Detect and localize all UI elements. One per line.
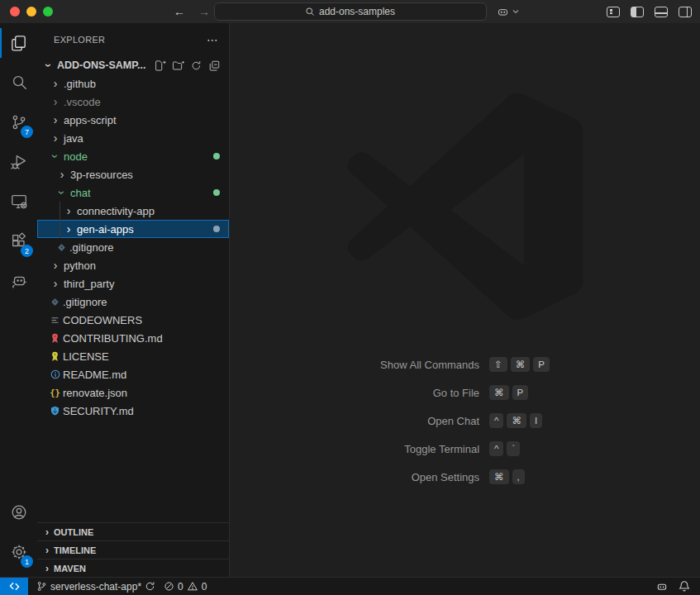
tree-item-third-party[interactable]: ›third_party [37, 274, 229, 293]
key: P [512, 385, 529, 400]
tree-item-java[interactable]: ›java [37, 129, 229, 147]
chevron-down-icon: › [55, 186, 69, 199]
shortcut-label: Show All Commands [380, 359, 479, 371]
activity-bar: 7 2 1 [0, 23, 37, 577]
branch-name: serverless-chat-app* [50, 581, 141, 593]
git-modified-dot [213, 189, 220, 196]
explorer-title: EXPLORER [54, 35, 105, 45]
go-back-button[interactable]: ← [174, 5, 185, 18]
panel-maven[interactable]: ›MAVEN [37, 559, 229, 577]
tree-item-renovate-json[interactable]: {}renovate.json [37, 383, 229, 402]
shortcut-label: Toggle Terminal [380, 443, 479, 455]
chevron-right-icon: › [49, 131, 62, 145]
tree-item-security-md[interactable]: SECURITY.md [37, 402, 229, 420]
root-folder-label: ADD-ONS-SAMP... [57, 60, 145, 71]
activity-extensions[interactable]: 2 [0, 221, 37, 261]
new-file-icon[interactable] [154, 60, 166, 72]
activity-chat-assistant[interactable] [0, 261, 37, 301]
key: ^ [489, 441, 503, 456]
zoom-window-button[interactable] [43, 7, 53, 17]
activity-remote-explorer[interactable] [0, 182, 37, 221]
watermark-shortcuts: Show All Commands ⇧⌘P Go to File ⌘P Open… [230, 357, 700, 484]
collapse-all-icon[interactable] [208, 60, 221, 72]
tree-root-add-ons-samples[interactable]: › ADD-ONS-SAMP... [37, 56, 229, 74]
toggle-primary-sidebar-icon[interactable] [631, 7, 644, 17]
activity-explorer[interactable] [0, 23, 37, 63]
search-icon [10, 74, 28, 92]
errors-icon [164, 581, 174, 592]
tree-item-readme-md[interactable]: README.md [37, 365, 229, 383]
minimize-window-button[interactable] [26, 7, 36, 17]
tree-item-codeowners[interactable]: CODEOWNERS [37, 311, 229, 329]
remote-indicator-button[interactable] [0, 578, 28, 595]
copilot-status-icon[interactable] [655, 580, 669, 593]
run-debug-icon [10, 153, 28, 171]
panel-outline[interactable]: ›OUTLINE [37, 522, 229, 540]
tree-item-contributing-md[interactable]: CONTRIBUTING.md [37, 329, 229, 347]
tree-item-gen-ai-apps[interactable]: ›gen-ai-apps [37, 220, 229, 238]
problems-button[interactable]: 0 0 [164, 581, 207, 593]
chevron-down-icon: › [49, 150, 62, 163]
key: , [512, 469, 525, 484]
key: ` [507, 441, 520, 456]
chevron-right-icon: › [49, 259, 62, 272]
key: P [533, 357, 550, 372]
tree-item-gitignore[interactable]: .gitignore [37, 293, 229, 311]
shield-icon [49, 405, 61, 417]
close-window-button[interactable] [10, 7, 20, 17]
shortcut-label: Open Settings [380, 471, 479, 483]
refresh-icon[interactable] [190, 60, 202, 72]
activity-run-debug[interactable] [0, 142, 37, 182]
new-folder-icon[interactable] [172, 60, 184, 72]
accounts-button[interactable] [0, 493, 37, 532]
command-center-search[interactable]: add-ons-samples [214, 2, 487, 21]
extensions-badge: 2 [21, 245, 33, 257]
notifications-bell-icon[interactable] [679, 580, 690, 593]
tree-item-connectivity-app[interactable]: ›connectivity-app [37, 202, 229, 220]
tree-item-node-gitignore[interactable]: .gitignore [37, 238, 229, 256]
tree-item-chat[interactable]: ›chat [37, 183, 229, 202]
tree-item-python[interactable]: ›python [37, 256, 229, 274]
json-braces-icon: {} [49, 387, 61, 399]
status-bar: serverless-chat-app* 0 0 [0, 577, 700, 595]
tree-item-apps-script[interactable]: ›apps-script [37, 111, 229, 129]
chevron-right-icon: › [49, 113, 62, 126]
panel-timeline[interactable]: ›TIMELINE [37, 540, 229, 559]
window-controls [10, 7, 53, 17]
toggle-panel-icon[interactable] [655, 7, 668, 17]
customize-layout-icon[interactable] [607, 7, 620, 17]
warnings-count: 0 [202, 581, 207, 593]
search-icon [305, 7, 315, 17]
ribbon-red-icon [49, 332, 61, 345]
vscode-window: ← → add-ons-samples [0, 0, 700, 595]
remote-explorer-icon [10, 193, 28, 211]
chevron-right-icon: › [62, 222, 75, 236]
tree-item-vscode[interactable]: ›.vscode [37, 93, 229, 111]
copilot-menu-button[interactable] [496, 5, 520, 19]
chevron-down-icon: › [42, 59, 55, 72]
tree-item-node[interactable]: ›node [37, 147, 229, 165]
branch-status-button[interactable]: serverless-chat-app* [36, 581, 155, 593]
tree-item-3p-resources[interactable]: ›3p-resources [37, 165, 229, 183]
explorer-files-icon [9, 34, 28, 53]
go-forward-button[interactable]: → [198, 5, 210, 18]
ribbon-yellow-icon [49, 350, 61, 363]
key: ⇧ [489, 357, 507, 372]
sync-icon [145, 581, 155, 592]
remote-icon [8, 581, 21, 592]
git-status-dot [213, 226, 220, 232]
activity-search[interactable] [0, 63, 37, 102]
robot-chat-icon [10, 272, 28, 290]
key: ^ [489, 413, 503, 428]
activity-source-control[interactable]: 7 [0, 102, 37, 142]
git-modified-dot [213, 153, 220, 159]
settings-button[interactable]: 1 [0, 532, 37, 572]
tree-item-github[interactable]: ›.github [37, 74, 229, 93]
shortcut-label: Go to File [380, 387, 479, 399]
toggle-secondary-sidebar-icon[interactable] [679, 7, 692, 17]
warnings-icon [187, 581, 198, 592]
key: I [530, 413, 542, 428]
more-actions-icon[interactable]: ⋯ [207, 33, 219, 46]
vscode-logo-watermark [347, 93, 583, 329]
tree-item-license[interactable]: LICENSE [37, 347, 229, 365]
